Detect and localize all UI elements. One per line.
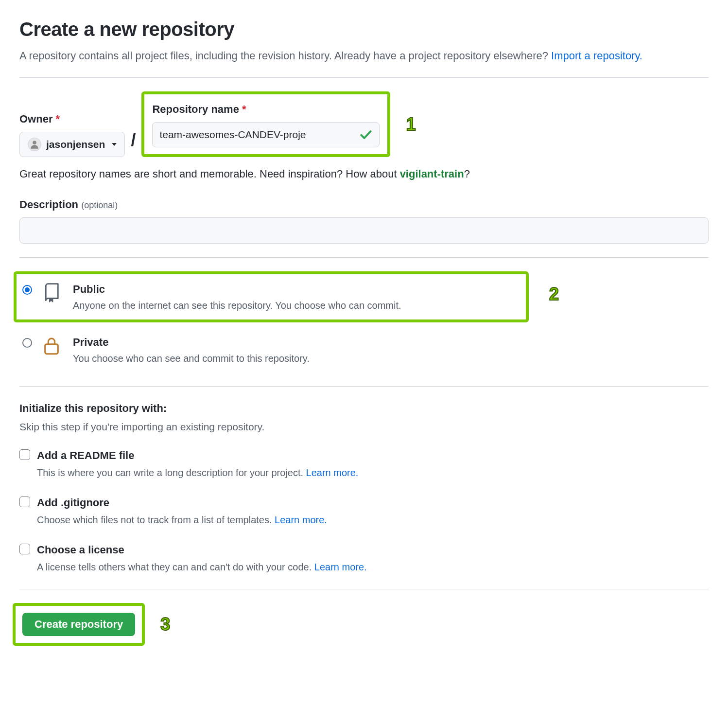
gitignore-desc-text: Choose which files not to track from a l… [37, 514, 275, 525]
submit-highlight-box: Create repository [13, 603, 145, 646]
caret-down-icon [112, 143, 117, 146]
required-asterisk: * [242, 103, 246, 115]
owner-repo-slash: / [131, 127, 136, 157]
readme-title: Add a README file [37, 447, 358, 463]
init-subtitle: Skip this step if you're importing an ex… [19, 419, 709, 435]
readme-desc: This is where you can write a long descr… [37, 465, 358, 480]
required-asterisk: * [56, 113, 60, 125]
private-title: Private [73, 334, 310, 350]
optional-label: (optional) [81, 200, 118, 210]
page-title: Create a new repository [19, 15, 709, 44]
repo-name-highlight-box: Repository name * [141, 91, 390, 157]
owner-label: Owner * [19, 111, 125, 127]
license-learn-more-link[interactable]: Learn more. [314, 562, 367, 572]
init-title: Initialize this repository with: [19, 400, 709, 416]
subtitle-text: A repository contains all project files,… [19, 50, 551, 62]
public-desc: Anyone on the internet can see this repo… [73, 298, 401, 313]
license-title: Choose a license [37, 542, 367, 558]
gitignore-option[interactable]: Add .gitignore Choose which files not to… [19, 495, 709, 527]
repo-name-help: Great repository names are short and mem… [19, 166, 709, 182]
annotation-3: 3 [160, 611, 170, 638]
checkmark-icon [359, 128, 373, 135]
annotation-1: 1 [406, 111, 416, 138]
license-option[interactable]: Choose a license A license tells others … [19, 542, 709, 574]
license-desc-text: A license tells others what they can and… [37, 562, 314, 572]
annotation-2: 2 [549, 281, 559, 307]
repo-icon [42, 282, 63, 307]
owner-dropdown[interactable]: jasonjensen [19, 132, 125, 157]
divider [19, 589, 709, 589]
visibility-private-option[interactable]: Private You choose who can see and commi… [19, 327, 709, 372]
import-repo-link[interactable]: Import a repository. [551, 50, 642, 62]
svg-point-0 [33, 141, 36, 145]
readme-desc-text: This is where you can write a long descr… [37, 467, 306, 478]
repo-name-label-text: Repository name [152, 103, 239, 115]
readme-checkbox[interactable] [19, 449, 30, 460]
readme-option[interactable]: Add a README file This is where you can … [19, 447, 709, 480]
divider [19, 77, 709, 78]
page-subtitle: A repository contains all project files,… [19, 48, 709, 64]
repo-name-help-post: ? [464, 168, 470, 180]
repo-name-label: Repository name * [152, 101, 380, 117]
divider [19, 386, 709, 387]
readme-learn-more-link[interactable]: Learn more. [306, 467, 359, 478]
public-radio[interactable] [22, 285, 32, 295]
create-repository-button[interactable]: Create repository [22, 613, 135, 636]
repo-name-input[interactable] [152, 122, 380, 147]
gitignore-title: Add .gitignore [37, 495, 327, 511]
license-checkbox[interactable] [19, 544, 30, 554]
repo-name-suggestion[interactable]: vigilant-train [400, 168, 464, 180]
svg-rect-1 [45, 344, 58, 354]
visibility-public-option[interactable]: Public Anyone on the internet can see th… [14, 271, 529, 322]
private-radio[interactable] [22, 338, 32, 348]
avatar-icon [28, 138, 41, 151]
gitignore-checkbox[interactable] [19, 496, 30, 507]
repo-name-help-pre: Great repository names are short and mem… [19, 168, 400, 180]
description-label: Description (optional) [19, 196, 709, 213]
owner-label-text: Owner [19, 113, 52, 125]
gitignore-desc: Choose which files not to track from a l… [37, 513, 327, 527]
description-input[interactable] [19, 217, 709, 244]
description-label-text: Description [19, 198, 78, 211]
public-title: Public [73, 281, 401, 297]
owner-username: jasonjensen [46, 137, 105, 152]
lock-icon [42, 335, 63, 360]
gitignore-learn-more-link[interactable]: Learn more. [275, 514, 327, 525]
private-desc: You choose who can see and commit to thi… [73, 351, 310, 366]
license-desc: A license tells others what they can and… [37, 560, 367, 574]
divider [19, 257, 709, 258]
